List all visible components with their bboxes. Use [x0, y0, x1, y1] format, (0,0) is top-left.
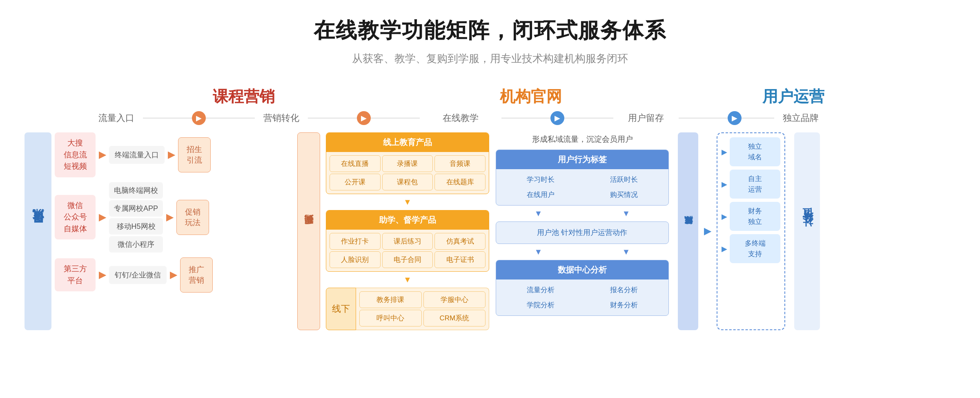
- user-pool: 用户池 针对性用户运营动作: [496, 221, 669, 244]
- behavior-3: 在线用户: [500, 188, 581, 201]
- brand-item-2: 自主运营: [730, 170, 780, 199]
- product-6: 在线题库: [434, 174, 486, 190]
- endpoint-2-2: 专属网校APP: [109, 200, 163, 217]
- behavior-2: 活跃时长: [584, 173, 664, 186]
- behavior-1: 学习时长: [500, 173, 581, 186]
- brand-item-1: 独立域名: [730, 137, 780, 166]
- page-wrapper: 在线教学功能矩阵，闭环式服务体系 从获客、教学、复购到学服，用专业技术构建机构服…: [0, 0, 980, 347]
- data-center-section: 数据中心分析 流量分析 报名分析 学院分析 财务分析: [496, 260, 669, 316]
- arrow-orange-1: ▶: [192, 111, 206, 125]
- online-products-header: 线上教育产品: [326, 133, 489, 152]
- down-arrow-6: ▼: [584, 247, 669, 257]
- assist-5: 电子合同: [382, 251, 433, 268]
- stage-retention: 用户留存: [613, 112, 679, 124]
- assist-header: 助学、督学产品: [326, 210, 489, 230]
- page-title: 在线教学功能矩阵，闭环式服务体系: [24, 16, 956, 45]
- offline-4: CRM系统: [423, 310, 486, 326]
- stage-online: 在线教学: [420, 112, 501, 124]
- line6: [564, 118, 613, 119]
- data-4: 财务分析: [584, 299, 664, 311]
- behavior-grid: 学习时长 活跃时长 在线用户 购买情况: [496, 169, 668, 205]
- marketing-section: 大搜信息流短视频 ▶ 终端流量入口 ▶ 招生引流 微信公众号自媒体 ▶ 电脑终端…: [55, 132, 292, 330]
- assist-6: 电子证书: [434, 251, 486, 268]
- conversion-2: 促销玩法: [176, 200, 209, 235]
- endpoints-3: 钉钉/企业微信: [109, 266, 167, 284]
- traffic-group-2: 微信公众号自媒体 ▶ 电脑终端网校 专属网校APP 移动H5网校 微信小程序 ▶…: [55, 182, 292, 253]
- down-arrows-row-2: ▼ ▼: [496, 247, 669, 257]
- arrow-1b: ▶: [168, 150, 175, 160]
- arrow-3b: ▶: [170, 270, 177, 280]
- arrow-to-brand: ▶: [704, 132, 711, 330]
- brand-item-3-row: ▶ 财务独立: [722, 202, 780, 231]
- brand-item-4-row: ▶ 多终端支持: [722, 234, 780, 263]
- stage-traffic: 流量入口: [90, 112, 143, 124]
- traffic-source-3: 第三方平台: [55, 258, 96, 291]
- endpoint-2-3: 移动H5网校: [109, 218, 163, 235]
- col-header-marketing: 课程营销: [138, 86, 350, 107]
- brand-item-1-row: ▶ 独立域名: [722, 137, 780, 166]
- line8: [742, 118, 774, 119]
- traffic-source-2: 微信公众号自媒体: [55, 195, 96, 240]
- product-2: 录播课: [382, 155, 433, 172]
- product-1: 在线直播: [330, 155, 381, 172]
- offline-section: 线下 教务排课 学服中心 呼叫中心 CRM系统: [326, 288, 489, 330]
- down-arrow-1: ▼: [326, 197, 489, 207]
- down-arrow-4: ▼: [584, 209, 669, 218]
- arrow-3: ▶: [99, 270, 106, 280]
- brand-dashed-container: ▶ 独立域名 ▶ 自主运营 ▶ 财务独立 ▶ 多终端支持: [717, 132, 785, 330]
- product-4: 公开课: [330, 174, 381, 190]
- line3: [308, 118, 357, 119]
- traffic-group-1: 大搜信息流短视频 ▶ 终端流量入口 ▶ 招生引流: [55, 132, 292, 177]
- online-products-section: 线上教育产品 在线直播 录播课 音频课 公开课 课程包 在线题库: [326, 132, 489, 194]
- behavior-header: 用户行为标签: [496, 150, 668, 169]
- endpoints-2: 电脑终端网校 专属网校APP 移动H5网校 微信小程序: [109, 182, 163, 253]
- endpoint-3-1: 钉钉/企业微信: [109, 266, 167, 284]
- product-3: 音频课: [434, 155, 486, 172]
- col-header-official: 机构官网: [445, 86, 617, 107]
- endpoints-1: 终端流量入口: [109, 146, 165, 164]
- brand-arrow-1: ▶: [722, 148, 727, 157]
- brand-arrow-4: ▶: [722, 244, 727, 253]
- stage-brand: 独立品牌: [774, 112, 827, 124]
- line4: [371, 118, 420, 119]
- arrow-1: ▶: [99, 150, 106, 160]
- retention-col: 形成私域流量，沉淀会员用户 用户行为标签 学习时长 活跃时长 在线用户 购买情况…: [492, 132, 672, 330]
- down-arrow-5: ▼: [496, 247, 581, 257]
- assist-2: 课后练习: [382, 233, 433, 250]
- assist-1: 作业打卡: [330, 233, 381, 250]
- traffic-group-3: 第三方平台 ▶ 钉钉/企业微信 ▶ 推广营销: [55, 257, 292, 293]
- conversion-1: 招生引流: [178, 137, 211, 172]
- main-content: 流量入口 大搜信息流短视频 ▶ 终端流量入口 ▶ 招生引流 微信公众号自媒体 ▶…: [24, 132, 956, 330]
- assist-3: 仿真考试: [434, 233, 486, 250]
- down-arrows-row: ▼ ▼: [496, 209, 669, 218]
- brand-item-3: 财务独立: [730, 202, 780, 231]
- offline-grid: 教务排课 学服中心 呼叫中心 CRM系统: [356, 288, 489, 330]
- line7: [679, 118, 728, 119]
- social-value-label: 社 会 价 值: [794, 132, 820, 330]
- traffic-source-1: 大搜信息流短视频: [55, 132, 96, 177]
- arrow-2: ▶: [99, 212, 106, 223]
- online-teaching-col: 线上教育产品 在线直播 录播课 音频课 公开课 课程包 在线题库 ▼ 助学、督学…: [326, 132, 489, 330]
- brand-col: ▶ 独立域名 ▶ 自主运营 ▶ 财务独立 ▶ 多终端支持: [714, 132, 788, 330]
- down-arrow-3: ▼: [496, 209, 581, 218]
- product-5: 课程包: [382, 174, 433, 190]
- stage-conversion: 营销转化: [255, 112, 308, 124]
- col-headers: 课程营销 机构官网 用户运营: [24, 86, 956, 107]
- private-domain-label: 私域矩阵: [678, 132, 698, 330]
- down-arrow-2: ▼: [326, 275, 489, 284]
- assist-grid: 作业打卡 课后练习 仿真考试 人脸识别 电子合同 电子证书: [326, 230, 489, 271]
- endpoint-1-1: 终端流量入口: [109, 146, 165, 164]
- behavior-section: 用户行为标签 学习时长 活跃时长 在线用户 购买情况: [496, 150, 669, 206]
- endpoint-2-4: 微信小程序: [109, 236, 163, 253]
- brand-item-2-row: ▶ 自主运营: [722, 170, 780, 199]
- private-flow-text: 形成私域流量，沉淀会员用户: [496, 132, 669, 146]
- course-buy-label: 课程购买: [297, 132, 320, 330]
- line2: [206, 118, 255, 119]
- line5: [501, 118, 550, 119]
- conversion-3: 推广营销: [180, 257, 213, 293]
- brand-item-4: 多终端支持: [730, 234, 780, 263]
- behavior-4: 购买情况: [584, 188, 664, 201]
- offline-3: 呼叫中心: [359, 310, 422, 326]
- data-2: 报名分析: [584, 284, 664, 296]
- offline-label: 线下: [326, 288, 356, 330]
